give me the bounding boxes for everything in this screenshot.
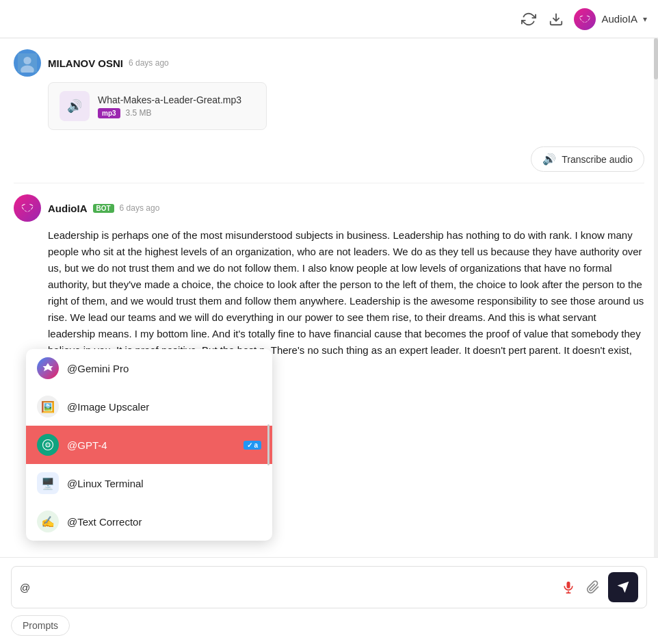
- file-info: What-Makes-a-Leader-Great.mp3 mp3 3.5 MB: [98, 94, 255, 118]
- message-header-user: MILANOV OSNI 6 days ago: [14, 49, 644, 77]
- text-corrector-icon: ✍️: [37, 511, 59, 532]
- svg-point-1: [23, 57, 31, 64]
- send-button[interactable]: [608, 572, 638, 602]
- bottom-row: Prompts: [11, 615, 647, 636]
- gemini-icon: [37, 357, 59, 379]
- chevron-down-icon: ▾: [643, 14, 647, 24]
- mention-dropdown: @Gemini Pro 🖼️ @Image Upscaler @GPT-4 ✓ …: [26, 349, 272, 541]
- bot-badge: BOT: [93, 204, 114, 213]
- transcribe-section: 🔊 Transcribe audio: [0, 141, 658, 183]
- scrollbar-thumb[interactable]: [654, 38, 658, 79]
- message-input[interactable]: [20, 582, 553, 593]
- gpt4-icon: [37, 434, 59, 456]
- message-user: MILANOV OSNI 6 days ago 🔊 What-Makes-a-L…: [0, 38, 658, 141]
- linux-terminal-icon: 🖥️: [37, 472, 59, 494]
- dropdown-label-text-corrector: @Text Corrector: [67, 516, 261, 528]
- dropdown-item-image-upscaler[interactable]: 🖼️ @Image Upscaler: [26, 387, 272, 426]
- attach-button[interactable]: [583, 578, 603, 597]
- header: AudioIA ▾: [0, 0, 658, 38]
- dropdown-label-image-upscaler: @Image Upscaler: [67, 401, 261, 413]
- dropdown-label-gpt4: @GPT-4: [67, 439, 235, 451]
- refresh-button[interactable]: [519, 10, 538, 29]
- bot-author-name: AudioIA: [48, 203, 88, 214]
- transcribe-label: Transcribe audio: [562, 154, 633, 165]
- file-name: What-Makes-a-Leader-Great.mp3: [98, 94, 255, 105]
- dropdown-item-text-corrector[interactable]: ✍️ @Text Corrector: [26, 502, 272, 541]
- input-actions: [559, 572, 638, 602]
- dropdown-item-linux[interactable]: 🖥️ @Linux Terminal: [26, 464, 272, 502]
- message-header-bot: AudioIA BOT 6 days ago: [14, 194, 644, 222]
- author-name: MILANOV OSNI: [48, 57, 123, 69]
- dropdown-label-linux: @Linux Terminal: [67, 478, 261, 489]
- message-time-user: 6 days ago: [129, 58, 169, 68]
- dropdown-item-gemini[interactable]: @Gemini Pro: [26, 349, 272, 387]
- header-username: AudioIA: [601, 13, 637, 25]
- image-upscaler-icon: 🖼️: [37, 396, 59, 417]
- input-row: [11, 566, 647, 608]
- file-size: 3.5 MB: [126, 108, 152, 118]
- message-meta-user: MILANOV OSNI 6 days ago: [48, 57, 169, 69]
- file-meta: mp3 3.5 MB: [98, 108, 255, 118]
- file-icon-wrapper: 🔊: [60, 91, 90, 121]
- avatar-milanov: [14, 49, 41, 77]
- prompts-button[interactable]: Prompts: [11, 615, 70, 636]
- scrollbar-track[interactable]: [654, 38, 658, 562]
- dropdown-label-gemini: @Gemini Pro: [67, 363, 261, 374]
- header-user-menu[interactable]: AudioIA ▾: [574, 8, 647, 30]
- transcribe-icon: 🔊: [542, 153, 556, 166]
- input-area: Prompts: [0, 557, 658, 644]
- audio-file-icon: 🔊: [67, 99, 82, 114]
- file-attachment[interactable]: 🔊 What-Makes-a-Leader-Great.mp3 mp3 3.5 …: [48, 82, 267, 130]
- message-meta-bot: AudioIA BOT 6 days ago: [48, 203, 159, 214]
- message-time-bot: 6 days ago: [120, 203, 160, 213]
- avatar-audioia: [14, 194, 41, 222]
- gpt4-badge: ✓ a: [244, 441, 261, 450]
- transcribe-audio-button[interactable]: 🔊 Transcribe audio: [531, 146, 644, 172]
- svg-rect-4: [567, 582, 570, 589]
- dropdown-scrollbar: [267, 424, 269, 465]
- mp3-badge: mp3: [98, 108, 120, 118]
- dropdown-item-gpt4[interactable]: @GPT-4 ✓ a: [26, 426, 272, 464]
- download-button[interactable]: [547, 10, 566, 29]
- header-avatar: [574, 8, 596, 30]
- mic-button[interactable]: [559, 578, 578, 597]
